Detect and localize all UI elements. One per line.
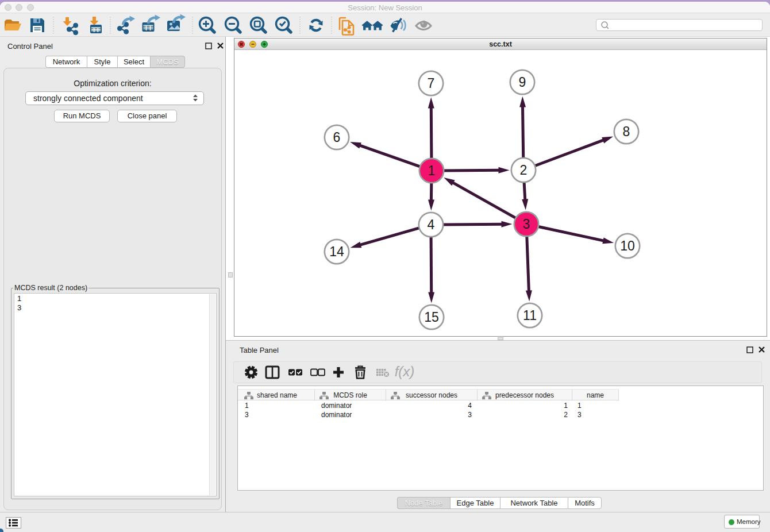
svg-text:2: 2: [520, 163, 528, 178]
svg-text:9: 9: [519, 75, 526, 90]
svg-text:1: 1: [428, 163, 436, 178]
svg-text:8: 8: [623, 124, 630, 139]
svg-text:4: 4: [428, 217, 435, 232]
svg-text:3: 3: [523, 217, 530, 232]
svg-text:7: 7: [428, 76, 435, 91]
svg-text:11: 11: [523, 308, 537, 323]
svg-text:f(x): f(x): [395, 364, 415, 379]
svg-text:10: 10: [620, 238, 635, 253]
svg-text:6: 6: [333, 130, 341, 145]
svg-text:14: 14: [329, 244, 344, 259]
svg-text:15: 15: [424, 310, 439, 325]
